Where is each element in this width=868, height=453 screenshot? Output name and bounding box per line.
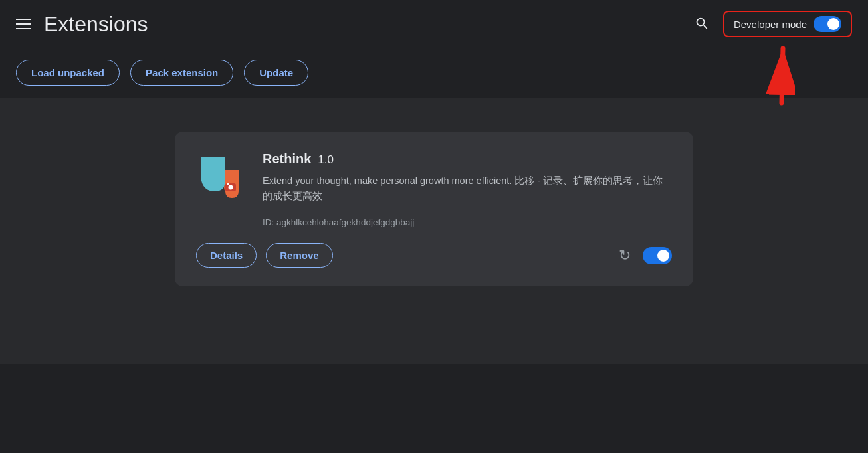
pack-extension-button[interactable]: Pack extension <box>130 60 233 86</box>
id-label: ID: <box>263 217 274 227</box>
load-unpacked-button[interactable]: Load unpacked <box>16 60 120 86</box>
toggle-thumb <box>827 18 839 30</box>
search-button[interactable] <box>690 11 712 37</box>
extension-info: Rethink 1.0 Extend your thought, make pe… <box>263 151 672 227</box>
card-bottom: Details Remove ↻ <box>196 243 672 268</box>
card-top: Rethink 1.0 Extend your thought, make pe… <box>196 151 672 227</box>
remove-button[interactable]: Remove <box>266 243 332 268</box>
developer-mode-container: Developer mode <box>723 11 852 37</box>
extension-id: ID: agkhlkcehlohaafgekhddjefgdgbbajj <box>263 217 672 227</box>
header-left: Extensions <box>16 12 148 37</box>
developer-mode-toggle[interactable] <box>814 16 841 32</box>
extension-version: 1.0 <box>318 153 334 167</box>
developer-mode-label: Developer mode <box>734 19 807 30</box>
extension-name: Rethink <box>263 151 311 167</box>
extension-description: Extend your thought, make personal growt… <box>263 173 672 204</box>
search-icon <box>694 15 708 30</box>
svg-rect-4 <box>227 183 229 185</box>
update-button[interactable]: Update <box>244 60 308 86</box>
svg-point-3 <box>229 185 233 190</box>
card-actions: Details Remove <box>196 243 333 268</box>
extension-toggle[interactable] <box>643 247 672 264</box>
header-right: Developer mode <box>690 11 852 37</box>
card-right: ↻ <box>619 247 672 264</box>
header: Extensions Developer mode <box>0 0 868 48</box>
id-value: agkhlkcehlohaafgekhddjefgdgbbajj <box>276 217 414 227</box>
toolbar: Load unpacked Pack extension Update <box>0 48 868 98</box>
main-content: Rethink 1.0 Extend your thought, make pe… <box>0 98 868 364</box>
ext-toggle-thumb <box>657 250 669 262</box>
refresh-icon[interactable]: ↻ <box>619 247 631 264</box>
menu-icon[interactable] <box>16 19 31 29</box>
extension-name-row: Rethink 1.0 <box>263 151 672 167</box>
extension-card: Rethink 1.0 Extend your thought, make pe… <box>175 132 693 286</box>
page-title: Extensions <box>44 12 148 37</box>
extension-icon <box>196 151 244 199</box>
details-button[interactable]: Details <box>196 243 257 268</box>
